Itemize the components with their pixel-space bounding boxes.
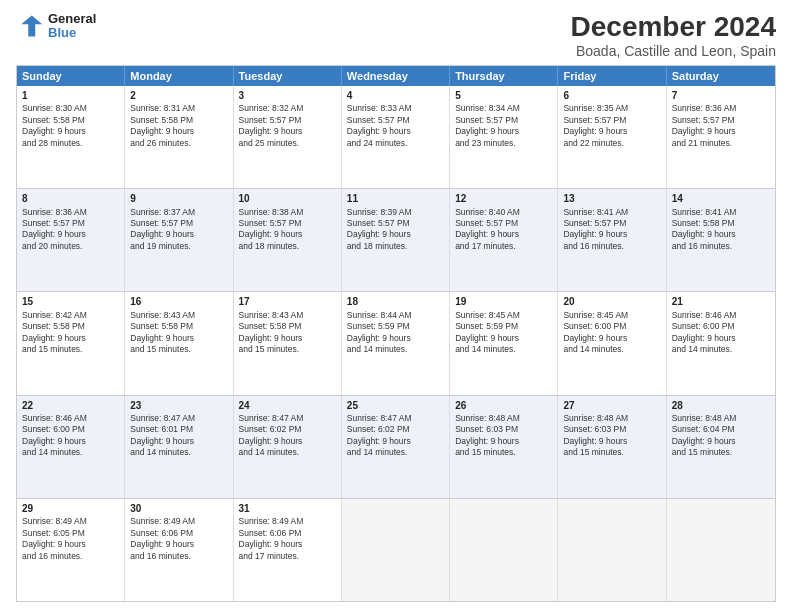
day-number: 27 bbox=[563, 399, 660, 413]
day-info-line: Sunset: 6:02 PM bbox=[347, 424, 444, 435]
calendar-header-cell: Sunday bbox=[17, 66, 125, 86]
calendar-title: December 2024 bbox=[571, 12, 776, 43]
calendar-cell-empty bbox=[450, 499, 558, 601]
calendar-cell: 30Sunrise: 8:49 AMSunset: 6:06 PMDayligh… bbox=[125, 499, 233, 601]
day-info-line: Sunrise: 8:33 AM bbox=[347, 103, 444, 114]
day-number: 25 bbox=[347, 399, 444, 413]
day-info-line: Sunrise: 8:35 AM bbox=[563, 103, 660, 114]
calendar-cell: 27Sunrise: 8:48 AMSunset: 6:03 PMDayligh… bbox=[558, 396, 666, 498]
calendar-cell: 8Sunrise: 8:36 AMSunset: 5:57 PMDaylight… bbox=[17, 189, 125, 291]
day-info-line: Sunrise: 8:48 AM bbox=[455, 413, 552, 424]
day-info-line: and 20 minutes. bbox=[22, 241, 119, 252]
day-number: 6 bbox=[563, 89, 660, 103]
day-number: 29 bbox=[22, 502, 119, 516]
day-number: 8 bbox=[22, 192, 119, 206]
day-info-line: Sunrise: 8:46 AM bbox=[22, 413, 119, 424]
calendar-cell: 10Sunrise: 8:38 AMSunset: 5:57 PMDayligh… bbox=[234, 189, 342, 291]
day-info-line: Sunrise: 8:49 AM bbox=[239, 516, 336, 527]
day-info-line: Daylight: 9 hours bbox=[563, 333, 660, 344]
day-info-line: Sunset: 5:57 PM bbox=[239, 218, 336, 229]
day-info-line: and 15 minutes. bbox=[130, 344, 227, 355]
calendar-body: 1Sunrise: 8:30 AMSunset: 5:58 PMDaylight… bbox=[17, 86, 775, 601]
calendar-header-row: SundayMondayTuesdayWednesdayThursdayFrid… bbox=[17, 66, 775, 86]
day-info-line: and 16 minutes. bbox=[563, 241, 660, 252]
day-info-line: and 24 minutes. bbox=[347, 138, 444, 149]
day-info-line: Sunrise: 8:47 AM bbox=[347, 413, 444, 424]
day-info-line: and 21 minutes. bbox=[672, 138, 770, 149]
day-number: 14 bbox=[672, 192, 770, 206]
day-info-line: and 14 minutes. bbox=[347, 344, 444, 355]
day-info-line: and 14 minutes. bbox=[130, 447, 227, 458]
day-info-line: Daylight: 9 hours bbox=[347, 333, 444, 344]
day-number: 26 bbox=[455, 399, 552, 413]
day-info-line: Sunset: 5:57 PM bbox=[563, 115, 660, 126]
calendar-cell: 11Sunrise: 8:39 AMSunset: 5:57 PMDayligh… bbox=[342, 189, 450, 291]
day-info-line: and 14 minutes. bbox=[563, 344, 660, 355]
day-info-line: Daylight: 9 hours bbox=[455, 229, 552, 240]
calendar-cell: 20Sunrise: 8:45 AMSunset: 6:00 PMDayligh… bbox=[558, 292, 666, 394]
day-info-line: Sunset: 5:58 PM bbox=[22, 115, 119, 126]
day-info-line: Sunrise: 8:41 AM bbox=[563, 207, 660, 218]
day-info-line: and 14 minutes. bbox=[22, 447, 119, 458]
day-info-line: Sunset: 6:00 PM bbox=[563, 321, 660, 332]
calendar-cell: 2Sunrise: 8:31 AMSunset: 5:58 PMDaylight… bbox=[125, 86, 233, 188]
day-info-line: and 14 minutes. bbox=[347, 447, 444, 458]
day-info-line: and 18 minutes. bbox=[239, 241, 336, 252]
day-info-line: Sunset: 6:00 PM bbox=[22, 424, 119, 435]
day-info-line: Sunset: 5:57 PM bbox=[455, 218, 552, 229]
day-number: 15 bbox=[22, 295, 119, 309]
day-info-line: Sunset: 6:01 PM bbox=[130, 424, 227, 435]
day-info-line: Daylight: 9 hours bbox=[22, 333, 119, 344]
day-info-line: and 15 minutes. bbox=[672, 447, 770, 458]
day-info-line: Sunset: 5:57 PM bbox=[672, 115, 770, 126]
day-info-line: and 15 minutes. bbox=[563, 447, 660, 458]
header: General Blue December 2024 Boada, Castil… bbox=[16, 12, 776, 59]
svg-marker-0 bbox=[21, 16, 42, 37]
day-info-line: Sunrise: 8:47 AM bbox=[130, 413, 227, 424]
day-info-line: Sunrise: 8:48 AM bbox=[563, 413, 660, 424]
day-info-line: Sunset: 6:02 PM bbox=[239, 424, 336, 435]
day-info-line: Sunrise: 8:48 AM bbox=[672, 413, 770, 424]
day-info-line: and 16 minutes. bbox=[22, 551, 119, 562]
day-info-line: Sunset: 6:00 PM bbox=[672, 321, 770, 332]
calendar-cell: 18Sunrise: 8:44 AMSunset: 5:59 PMDayligh… bbox=[342, 292, 450, 394]
calendar-subtitle: Boada, Castille and Leon, Spain bbox=[571, 43, 776, 59]
day-number: 17 bbox=[239, 295, 336, 309]
calendar-cell: 28Sunrise: 8:48 AMSunset: 6:04 PMDayligh… bbox=[667, 396, 775, 498]
calendar-cell: 1Sunrise: 8:30 AMSunset: 5:58 PMDaylight… bbox=[17, 86, 125, 188]
calendar-cell: 14Sunrise: 8:41 AMSunset: 5:58 PMDayligh… bbox=[667, 189, 775, 291]
day-info-line: Sunset: 6:06 PM bbox=[239, 528, 336, 539]
calendar-cell: 21Sunrise: 8:46 AMSunset: 6:00 PMDayligh… bbox=[667, 292, 775, 394]
calendar-cell: 19Sunrise: 8:45 AMSunset: 5:59 PMDayligh… bbox=[450, 292, 558, 394]
day-info-line: Sunrise: 8:42 AM bbox=[22, 310, 119, 321]
day-info-line: Sunset: 5:58 PM bbox=[239, 321, 336, 332]
calendar-cell: 23Sunrise: 8:47 AMSunset: 6:01 PMDayligh… bbox=[125, 396, 233, 498]
day-info-line: Sunrise: 8:45 AM bbox=[455, 310, 552, 321]
day-info-line: and 18 minutes. bbox=[347, 241, 444, 252]
day-info-line: Daylight: 9 hours bbox=[672, 436, 770, 447]
day-info-line: Sunset: 6:06 PM bbox=[130, 528, 227, 539]
day-info-line: Sunset: 5:57 PM bbox=[455, 115, 552, 126]
calendar-cell: 5Sunrise: 8:34 AMSunset: 5:57 PMDaylight… bbox=[450, 86, 558, 188]
calendar-cell-empty bbox=[342, 499, 450, 601]
day-info-line: Daylight: 9 hours bbox=[563, 436, 660, 447]
day-info-line: Daylight: 9 hours bbox=[22, 229, 119, 240]
day-info-line: Daylight: 9 hours bbox=[22, 436, 119, 447]
day-info-line: Sunrise: 8:38 AM bbox=[239, 207, 336, 218]
day-info-line: Sunset: 5:57 PM bbox=[130, 218, 227, 229]
calendar-cell: 16Sunrise: 8:43 AMSunset: 5:58 PMDayligh… bbox=[125, 292, 233, 394]
day-info-line: Sunrise: 8:45 AM bbox=[563, 310, 660, 321]
day-number: 5 bbox=[455, 89, 552, 103]
day-number: 2 bbox=[130, 89, 227, 103]
day-info-line: Sunset: 5:59 PM bbox=[347, 321, 444, 332]
day-info-line: and 28 minutes. bbox=[22, 138, 119, 149]
day-info-line: and 25 minutes. bbox=[239, 138, 336, 149]
calendar-cell: 12Sunrise: 8:40 AMSunset: 5:57 PMDayligh… bbox=[450, 189, 558, 291]
day-info-line: Sunset: 5:57 PM bbox=[22, 218, 119, 229]
day-info-line: Sunset: 5:58 PM bbox=[130, 321, 227, 332]
day-info-line: Daylight: 9 hours bbox=[130, 229, 227, 240]
title-block: December 2024 Boada, Castille and Leon, … bbox=[571, 12, 776, 59]
day-info-line: Daylight: 9 hours bbox=[563, 126, 660, 137]
day-info-line: Sunset: 5:57 PM bbox=[563, 218, 660, 229]
calendar-cell: 3Sunrise: 8:32 AMSunset: 5:57 PMDaylight… bbox=[234, 86, 342, 188]
